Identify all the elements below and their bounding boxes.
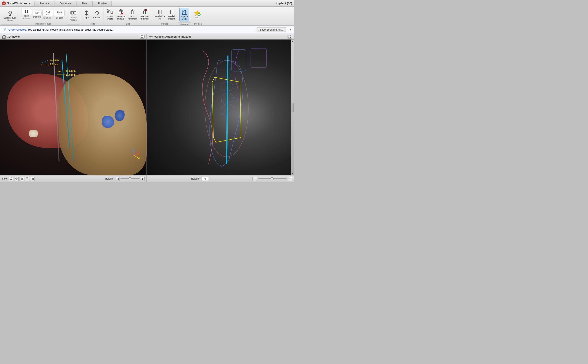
implant-title: Implant (36) — [276, 2, 292, 5]
svg-point-68 — [27, 178, 27, 179]
favorites-section: Add Favorites — [191, 7, 203, 26]
rotation-slider-3d[interactable] — [120, 178, 140, 179]
parallel-implant-button[interactable]: ParallelImplant — [167, 8, 176, 21]
parallel-implant-icon — [168, 8, 175, 15]
app-name-section: N NobelClinician ▼ — [2, 1, 31, 5]
add-favorite-icon — [194, 10, 201, 16]
viewer-vertical-title-text: Vertical [Attached to Implant] — [154, 35, 191, 38]
surgery-type-section: Surgery Type Sleeve — [1, 7, 19, 26]
svg-rect-70 — [33, 178, 34, 180]
viewer-3d: 3D Viewer — [0, 34, 147, 182]
chart-icon — [149, 35, 153, 39]
app-name-dropdown[interactable]: ▼ — [28, 2, 31, 5]
close-info-button[interactable]: × — [289, 27, 292, 32]
scroll-up-arrow[interactable]: ▲ — [291, 40, 294, 43]
zoom-out-button[interactable]: − — [252, 177, 257, 181]
vertical-rotation-input[interactable] — [202, 177, 209, 181]
cut-paste-button[interactable]: Cut &Paste — [105, 8, 115, 21]
rotation-button[interactable]: Rotation — [92, 9, 102, 20]
rotation-label: Rotation — [93, 17, 101, 19]
implant-product-label: Implant Product — [19, 22, 67, 26]
viewer-3d-expand-button[interactable] — [140, 35, 145, 39]
rotation-left-button[interactable]: ◀ — [116, 177, 119, 181]
view-skull-3[interactable] — [25, 177, 29, 181]
app-name-text: NobelClinician — [7, 2, 27, 5]
zoom-slider[interactable] — [258, 178, 287, 179]
axis-indicator: Z Y X — [127, 149, 140, 162]
view-skull-1[interactable] — [14, 177, 19, 181]
tab-finalize[interactable]: Finalize — [92, 1, 112, 6]
change-product-group-label — [67, 24, 80, 26]
remove-abutment-label: RemoveAbutment — [140, 15, 149, 20]
info-bold-text: Order Created. — [8, 28, 27, 31]
rotation-icon — [94, 10, 100, 16]
vertical-rotation-label: Rotation — [191, 177, 200, 180]
diameter-unit: mm — [46, 13, 49, 15]
view-skull-full[interactable] — [9, 177, 13, 181]
save-scenario-button[interactable]: Save Scenario As... — [257, 27, 286, 32]
view-icons — [9, 177, 35, 181]
surgery-type-icon — [7, 10, 14, 17]
platform-label: Platform — [33, 16, 42, 18]
change-product-button[interactable]: ChangeProduct — [68, 9, 78, 22]
view-skull-2[interactable] — [20, 177, 24, 181]
tooth-sublabel: Position — [23, 18, 30, 20]
remove-implant-button[interactable]: RemoveImplant — [115, 8, 126, 21]
remove-abutment-button[interactable]: RemoveAbutment — [139, 8, 150, 21]
parallel-section: ParallelizeAll ParallelImplant Parallel — [152, 7, 178, 26]
implant-angle-button[interactable]: Implantangle — [179, 8, 189, 21]
right-scrollbar[interactable]: ▲ ▼ — [291, 40, 294, 175]
svg-rect-76 — [251, 48, 266, 68]
surgery-type-button[interactable]: Surgery Type Sleeve — [2, 9, 18, 22]
svg-rect-75 — [231, 50, 246, 71]
add-favorite-button[interactable]: Add — [192, 9, 202, 20]
scroll-track[interactable] — [292, 43, 294, 172]
svg-text:Y: Y — [139, 157, 140, 159]
length-value: 11.5 — [57, 10, 62, 13]
viewer-3d-title: 3D Viewer — [2, 35, 20, 39]
scroll-thumb[interactable] — [292, 103, 294, 112]
diameter-value: 4.3 — [46, 10, 50, 13]
svg-line-49 — [57, 71, 65, 72]
view-teeth[interactable] — [30, 177, 35, 181]
parallel-implant-label: ParallelImplant — [168, 15, 175, 20]
surgery-type-sublabel: Sleeve — [7, 19, 13, 21]
scroll-down-arrow[interactable]: ▼ — [291, 172, 294, 175]
svg-rect-4 — [74, 11, 76, 14]
diameter-label: Diameter — [43, 17, 52, 19]
tab-prepare[interactable]: Prepare — [35, 1, 54, 6]
edit-section: Cut &Paste RemoveImplant — [104, 7, 152, 26]
zoom-in-button[interactable]: + — [288, 177, 292, 181]
viewer-vertical-content[interactable]: ▲ ▼ — [147, 40, 294, 175]
tooth-number: 36 — [25, 10, 29, 13]
add-abutment-button[interactable]: AddAbutment — [126, 8, 138, 21]
change-product-section: ChangeProduct — [67, 7, 80, 26]
viewer-3d-content[interactable]: ⌀4.3 mm 4.3 mm 11.5 mm 11.5 mm Z — [0, 40, 147, 175]
platform-value: RP — [35, 12, 39, 14]
viewer-vertical-bottom: Rotation − + — [147, 175, 294, 182]
depth-button[interactable]: Depth — [82, 9, 91, 20]
length-display: 11.5 mm — [54, 10, 65, 16]
rotation-right-button[interactable]: ▶ — [141, 177, 145, 181]
viewer-vertical-title: Vertical [Attached to Implant] — [149, 35, 191, 39]
parallelize-all-button[interactable]: ParallelizeAll — [154, 8, 166, 21]
measure-section: Implantangle Measure — [178, 7, 191, 26]
platform-display: RP — [33, 11, 42, 15]
tab-diagnose[interactable]: Diagnose — [55, 1, 76, 6]
length-label: Length — [56, 17, 63, 19]
viewer-vertical-expand-button[interactable] — [287, 35, 292, 39]
refine-label: Refine — [80, 22, 104, 26]
tab-plan[interactable]: Plan — [77, 1, 92, 6]
add-abutment-icon — [129, 8, 136, 15]
svg-text:X: X — [138, 151, 140, 154]
svg-line-74 — [227, 56, 228, 164]
xray-overlay — [147, 40, 294, 175]
diameter-display: 4.3 mm — [42, 10, 53, 16]
cart-icon: 🛒 — [2, 28, 7, 32]
surgery-type-label: Surgery Type — [4, 17, 16, 19]
svg-rect-14 — [120, 9, 121, 14]
refine-section: Depth Rotation Refine — [80, 7, 104, 26]
svg-line-45 — [41, 60, 49, 63]
svg-point-0 — [9, 11, 12, 14]
add-label: Add — [195, 17, 199, 19]
